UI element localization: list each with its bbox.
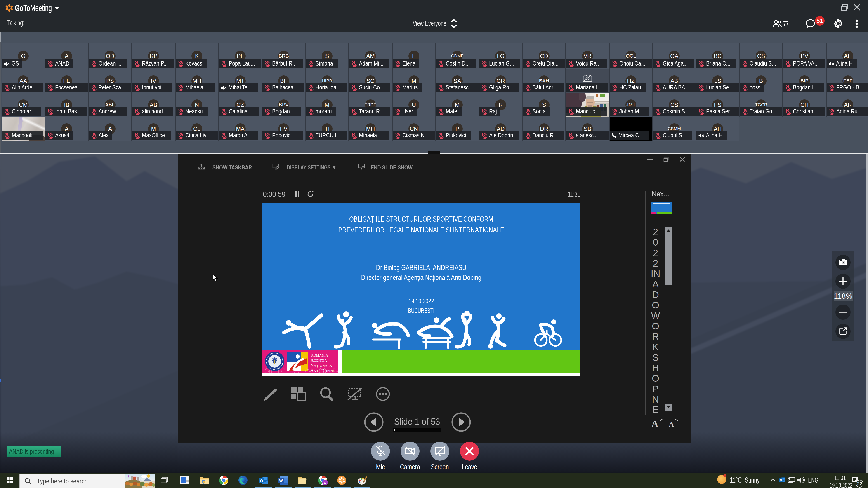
svg-text:O: O [260, 479, 263, 483]
svg-text:G: G [324, 481, 327, 485]
svg-text:W: W [279, 479, 283, 483]
svg-text:O: O [780, 479, 782, 482]
